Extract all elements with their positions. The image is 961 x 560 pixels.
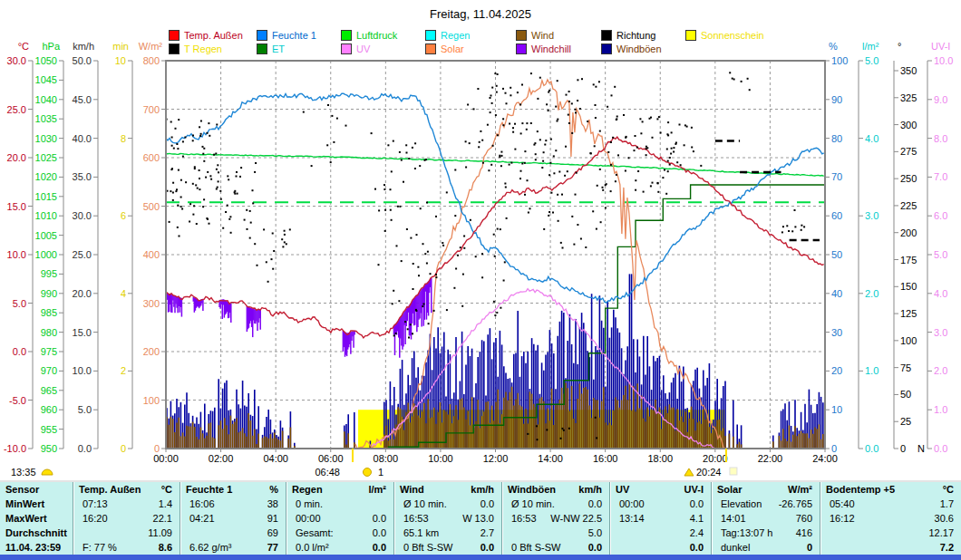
sunset-time: 20:24: [696, 467, 722, 478]
svg-text:22:00: 22:00: [758, 453, 783, 464]
svg-text:7.0: 7.0: [934, 171, 947, 182]
svg-text:-5.0: -5.0: [9, 395, 26, 406]
svg-text:100: 100: [143, 395, 160, 406]
table-row: 11.09: [73, 526, 180, 540]
svg-text:10.0: 10.0: [73, 365, 92, 376]
cell-value: 0.0: [588, 540, 602, 555]
table-row: Ø 10 min.0.0: [394, 497, 501, 511]
sensor-unit: km/h: [471, 482, 494, 497]
cell-value: W 13.0: [462, 511, 494, 526]
svg-text:10:00: 10:00: [428, 453, 453, 464]
table-row: 16:2022.1: [73, 511, 180, 526]
svg-text:1025: 1025: [35, 152, 57, 163]
svg-text:350: 350: [900, 65, 917, 76]
svg-text:1040: 1040: [35, 94, 57, 105]
svg-text:5.0: 5.0: [13, 298, 26, 309]
bottom-bar: [0, 555, 961, 560]
axis-kmh: km/h0.05.010.015.020.025.030.035.040.045…: [73, 41, 98, 454]
svg-text:12:00: 12:00: [483, 453, 509, 464]
svg-text:2.0: 2.0: [934, 365, 947, 376]
cell-value: 0: [807, 540, 812, 555]
weather-app-window: Freitag, 11.04.2025 Temp. AußenFeuchte 1…: [0, 0, 961, 560]
table-row: 16:0638: [180, 497, 286, 511]
table-row-label: MaxWert: [0, 511, 73, 526]
svg-text:250: 250: [900, 173, 917, 184]
svg-text:1045: 1045: [35, 74, 57, 85]
cell-label: 16:12: [830, 511, 855, 526]
table-row: 14:01760: [712, 511, 820, 526]
svg-text:1000: 1000: [35, 249, 57, 260]
weather-chart[interactable]: °C-10.0-5.00.05.010.015.020.025.030.0hPa…: [0, 0, 961, 480]
cell-value: 0.0: [373, 511, 386, 526]
sunshine-icon: [42, 469, 53, 475]
sun-icon: [363, 468, 371, 477]
svg-text:5.0: 5.0: [78, 404, 92, 415]
cell-value: 1.7: [940, 497, 954, 511]
svg-text:5.0: 5.0: [934, 249, 947, 260]
svg-text:975: 975: [41, 346, 57, 357]
svg-text:500: 500: [143, 201, 160, 212]
table-row: 16:53W 13.0: [394, 511, 501, 526]
svg-text:km/h: km/h: [73, 41, 94, 52]
cell-label: 05:40: [830, 497, 855, 511]
axis-wm2: W/m²0100200300400500600700800: [139, 41, 166, 454]
svg-text:l/m²: l/m²: [862, 41, 879, 52]
svg-text:35.0: 35.0: [73, 171, 92, 182]
sunset-badge-icon: [730, 468, 737, 475]
svg-text:2.0: 2.0: [865, 288, 878, 299]
axis-uvi: UV-I0.01.02.03.04.05.06.07.08.09.010.0: [927, 41, 953, 454]
svg-text:4: 4: [121, 288, 126, 299]
cell-value: 11.09: [148, 526, 172, 540]
cell-label: 04:21: [189, 511, 215, 526]
windchill-spikes: [168, 278, 432, 358]
svg-text:30.0: 30.0: [73, 210, 92, 221]
svg-text:8.0: 8.0: [934, 133, 947, 144]
svg-text:3.0: 3.0: [865, 210, 878, 221]
svg-text:300: 300: [900, 120, 917, 130]
svg-text:700: 700: [143, 104, 160, 115]
table-row: Feuchte 1%: [180, 482, 286, 497]
axis-deg: °025507510012515017520022525027530032535…: [894, 41, 925, 454]
sensor-name: Solar: [717, 482, 743, 497]
svg-text:W/m²: W/m²: [139, 41, 163, 52]
table-row: 2.4: [610, 526, 711, 540]
sensor-name: Regen: [292, 482, 323, 497]
svg-text:0: 0: [121, 443, 126, 454]
svg-text:980: 980: [41, 327, 57, 338]
svg-text:02:00: 02:00: [209, 453, 234, 464]
svg-text:10.0: 10.0: [7, 249, 26, 260]
sensor-unit: W/m²: [788, 482, 812, 497]
cell-label: 00:00: [296, 511, 321, 526]
svg-text:%: %: [829, 41, 838, 52]
axis-hpa: hPa9509559609659709759809859909951000100…: [35, 41, 63, 454]
table-row: 0 min.: [286, 497, 393, 511]
axis-temp: °C-10.0-5.00.05.010.015.020.025.030.0: [4, 41, 33, 454]
cell-value: 760: [796, 511, 812, 526]
cell-label: Elevation: [721, 497, 762, 511]
table-row: dunkel0: [712, 540, 820, 555]
svg-text:06:00: 06:00: [318, 453, 344, 464]
cell-label: 0 Bft S-SW: [511, 540, 560, 555]
svg-text:400: 400: [143, 249, 160, 260]
cell-label: Ø 10 min.: [403, 497, 447, 511]
svg-text:10.0: 10.0: [934, 55, 953, 66]
svg-text:100: 100: [900, 335, 917, 346]
svg-text:9.0: 9.0: [934, 94, 947, 105]
cell-label: 00:00: [619, 497, 645, 511]
axis-pct: %0102030405060708090100: [825, 41, 848, 454]
svg-text:1015: 1015: [35, 191, 57, 202]
table-column-solar: SolarW/m²Elevation-26.76514:01760Tag:13:…: [711, 482, 820, 555]
table-row: 69: [180, 526, 286, 540]
svg-text:1010: 1010: [35, 210, 57, 221]
cell-value: 0.0: [690, 540, 704, 555]
svg-text:90: 90: [831, 94, 842, 105]
table-row: 5.0: [502, 526, 609, 540]
cell-label: 16:53: [403, 511, 429, 526]
svg-text:1020: 1020: [35, 171, 57, 182]
table-row: 13:144.1: [610, 511, 711, 526]
row-label: MaxWert: [5, 511, 47, 526]
svg-text:0: 0: [900, 443, 906, 454]
svg-text:965: 965: [41, 385, 57, 396]
cell-value: 0.0: [373, 526, 386, 540]
svg-text:60: 60: [831, 210, 842, 221]
